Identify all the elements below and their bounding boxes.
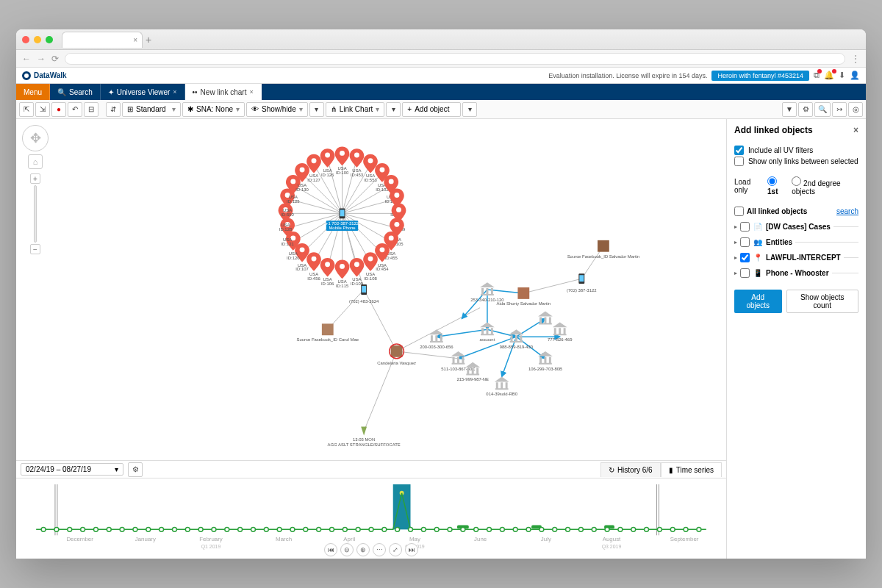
person-node[interactable]: Source Facebook_ID Carol Mae: [297, 323, 359, 342]
logo-icon: [22, 71, 31, 80]
browser-tab[interactable]: ×: [62, 32, 143, 48]
person-node[interactable]: Candelaria Vasquez: [377, 344, 416, 365]
intercept-pin[interactable]: USAID:106: [320, 258, 335, 287]
find-button[interactable]: 🔍: [814, 102, 831, 117]
svg-point-167: [566, 527, 570, 531]
close-icon[interactable]: ×: [249, 88, 253, 96]
close-window-icon[interactable]: [22, 36, 29, 43]
svg-text:ID:120: ID:120: [287, 256, 300, 260]
view-dd[interactable]: ▾: [386, 102, 401, 117]
caret-icon: ▸: [734, 223, 737, 230]
date-range-picker[interactable]: 02/24/19 – 08/27/19▾: [21, 463, 123, 476]
link-chart-canvas[interactable]: ⌂ + −: [16, 119, 726, 460]
case-node[interactable]: 13:05 MONAGG ASLT STRANGLE/SUFFOCATE: [328, 427, 401, 448]
notifications-icon[interactable]: 🔔: [824, 71, 834, 80]
new-tab-button[interactable]: +: [146, 34, 151, 46]
history-tab[interactable]: ↻History 6/6: [600, 462, 661, 477]
expand-button[interactable]: ↣: [832, 102, 847, 117]
add-object-button[interactable]: +Add object: [402, 102, 461, 117]
browser-toolbar: ← → ⟳ ⋮: [16, 50, 866, 68]
undo-button[interactable]: ↶: [68, 102, 82, 117]
date-settings-button[interactable]: ⚙: [128, 462, 143, 477]
svg-point-175: [670, 527, 675, 531]
intercept-pin[interactable]: USAID:100: [335, 147, 350, 176]
intercept-pin[interactable]: USAID:453: [350, 148, 365, 177]
forward-icon[interactable]: →: [37, 54, 46, 64]
download-icon[interactable]: ⬇: [839, 71, 845, 80]
svg-point-132: [107, 527, 111, 531]
show-count-button[interactable]: Show objects count: [786, 290, 858, 313]
person-node[interactable]: Aida Shorty Salvador Martin: [497, 287, 551, 306]
settings-button[interactable]: ⚙: [798, 102, 813, 117]
svg-text:200-003-300-656: 200-003-300-656: [420, 345, 453, 349]
cat-lawful-intercept[interactable]: ▸📍LAWFUL-INTERCEPT: [734, 250, 858, 265]
showhide-dd[interactable]: ▾: [309, 102, 324, 117]
eye-icon: 👁: [251, 105, 259, 113]
intercept-pin[interactable]: USAID:456: [306, 252, 321, 281]
tl-zoomout-button[interactable]: ⊖: [340, 543, 354, 556]
cat-entities[interactable]: ▸👥Entities: [734, 234, 858, 250]
address-bar[interactable]: [65, 53, 845, 65]
export-button[interactable]: ⇱: [19, 102, 34, 117]
layout-select[interactable]: ⊞Standard▾: [122, 102, 181, 117]
add-objects-button[interactable]: Add objects: [734, 290, 782, 313]
universe-viewer-tab[interactable]: ✦Universe Viewer×: [101, 84, 185, 100]
timeline-panel[interactable]: December January February March April Ma…: [16, 478, 726, 559]
tl-first-button[interactable]: ⏮: [324, 543, 337, 556]
phone-node[interactable]: (702) 483-2624: [349, 284, 379, 304]
degree-2-radio[interactable]: 2nd degree objects: [792, 176, 858, 196]
maximize-window-icon[interactable]: [46, 36, 53, 43]
person-node[interactable]: Source Facebook_ID Salvador Martin: [567, 240, 639, 259]
include-uv-checkbox[interactable]: Include all UV filters: [734, 146, 858, 155]
add-object-dd[interactable]: ▾: [462, 102, 477, 117]
svg-point-171: [618, 527, 623, 531]
search-tab[interactable]: 🔍Search: [50, 84, 101, 100]
chevron-down-icon: ▾: [236, 105, 240, 113]
tl-zoomin-button[interactable]: ⊕: [356, 543, 370, 556]
search-link[interactable]: search: [836, 207, 858, 215]
intercept-pin[interactable]: USAID:108: [363, 252, 378, 281]
svg-point-131: [93, 527, 98, 531]
svg-point-158: [448, 527, 452, 531]
menu-button[interactable]: Menu: [16, 84, 50, 100]
tl-fit-button[interactable]: ⤢: [389, 543, 402, 556]
sna-select[interactable]: ✱SNA: None▾: [182, 102, 245, 117]
back-icon[interactable]: ←: [22, 54, 31, 64]
copy-icon[interactable]: ⧉: [814, 71, 820, 80]
svg-point-146: [290, 527, 295, 531]
svg-text:ID:453: ID:453: [351, 173, 364, 177]
caret-icon: ▸: [734, 239, 737, 245]
minimize-window-icon[interactable]: [34, 36, 41, 43]
degree-1-radio[interactable]: 1st: [767, 176, 787, 196]
showhide-select[interactable]: 👁Show/hide▾: [246, 102, 308, 117]
svg-point-160: [474, 527, 478, 531]
filter-button[interactable]: ▼: [782, 102, 797, 117]
hierarchy-button[interactable]: ⇵: [106, 102, 121, 117]
tl-more-button[interactable]: ⋯: [373, 543, 386, 556]
close-panel-icon[interactable]: ×: [853, 125, 858, 135]
user-icon[interactable]: 👤: [850, 71, 860, 80]
intercept-pin[interactable]: USAID:126: [320, 148, 335, 177]
reload-icon[interactable]: ⟳: [51, 54, 59, 64]
browser-menu-icon[interactable]: ⋮: [851, 54, 860, 64]
context-badge[interactable]: Heroin with fentanyl #453214: [711, 71, 809, 81]
link-chart-tab[interactable]: ••New link chart×: [185, 84, 262, 100]
close-tab-icon[interactable]: ×: [133, 36, 137, 44]
import-button[interactable]: ⇲: [35, 102, 50, 117]
intercept-pin[interactable]: USAID:115: [335, 260, 350, 289]
target-button[interactable]: ◎: [848, 102, 863, 117]
phone-node[interactable]: (702) 387-3122: [567, 273, 596, 293]
show-only-links-checkbox[interactable]: Show only links between selected: [734, 157, 858, 166]
redo-button[interactable]: ⊟: [84, 102, 98, 117]
timeseries-tab[interactable]: ▮Time series: [661, 462, 722, 477]
tl-last-button[interactable]: ⏭: [405, 543, 418, 556]
close-icon[interactable]: ×: [173, 88, 176, 96]
all-linked-row[interactable]: All linked objects search: [734, 204, 858, 219]
cat-cases[interactable]: ▸📄[DW Cases] Cases: [734, 219, 858, 234]
intercept-pin[interactable]: USAID:109: [350, 258, 365, 287]
svg-point-159: [461, 527, 465, 531]
record-button[interactable]: ●: [51, 102, 66, 117]
view-select[interactable]: ⋔Link Chart▾: [326, 102, 385, 117]
cat-phone[interactable]: ▸📱Phone - Whooster: [734, 265, 858, 281]
svg-point-177: [697, 527, 701, 531]
